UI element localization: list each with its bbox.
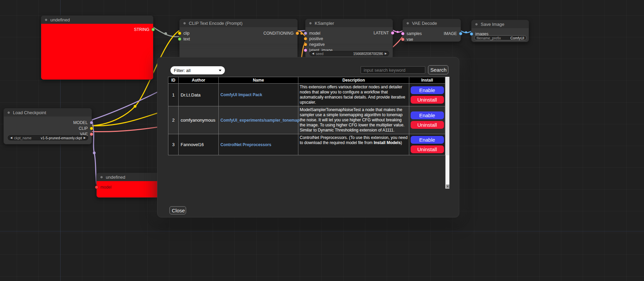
- input-slot-model[interactable]: model: [95, 185, 112, 190]
- output-slot-image[interactable]: IMAGE: [444, 31, 462, 36]
- node-title: Save Image: [481, 22, 504, 27]
- input-slot-clip[interactable]: clip: [178, 31, 189, 36]
- slot-dot-clip[interactable]: [90, 127, 93, 130]
- extension-table-header: ID Author Name Description Install: [168, 77, 445, 84]
- search-input[interactable]: [361, 66, 425, 74]
- slot-dot-latent[interactable]: [391, 31, 394, 35]
- collapse-dot-icon[interactable]: [45, 18, 48, 21]
- search-button[interactable]: Search: [428, 65, 448, 74]
- node-load-checkpoint[interactable]: Load Checkpoint MODEL CLIP VAE ◀ ckpt_na…: [3, 108, 92, 144]
- filename-prefix-widget[interactable]: filename_prefix ComfyUI: [474, 35, 527, 40]
- slot-dot-model[interactable]: [304, 32, 307, 35]
- widget-label: filename_prefix: [477, 36, 501, 40]
- decrement-arrow-icon[interactable]: ◀: [10, 137, 12, 139]
- uninstall-button[interactable]: Uninstall: [411, 121, 444, 129]
- row-id: 2: [168, 106, 179, 134]
- node-undefined-top[interactable]: undefined STRING: [41, 15, 153, 80]
- node-title: undefined: [106, 175, 125, 180]
- table-scrollbar[interactable]: ▼: [445, 77, 449, 189]
- slot-dot-vae[interactable]: [90, 133, 93, 136]
- slot-dot-latent[interactable]: [304, 49, 307, 52]
- slot-dot-clip[interactable]: [178, 32, 181, 35]
- wire-midpoint-dot: [134, 105, 136, 108]
- extension-manager-dialog: Filter: all Search ID Author Name Descri…: [157, 57, 459, 217]
- node-title: VAE Decode: [412, 21, 437, 26]
- slot-label: IMAGE: [444, 31, 457, 36]
- slot-dot-image[interactable]: [459, 32, 462, 35]
- row-description: ModelSamplerTonemapNoiseTest a node that…: [298, 106, 409, 134]
- node-title-bar[interactable]: undefined: [41, 16, 153, 24]
- output-slot-model[interactable]: MODEL: [73, 120, 93, 125]
- slot-dot-latent[interactable]: [401, 32, 404, 35]
- uninstall-button[interactable]: Uninstall: [411, 145, 444, 153]
- enable-button[interactable]: Enable: [411, 136, 444, 144]
- widget-label: ckpt_name: [14, 136, 31, 140]
- node-title-bar[interactable]: VAE Decode: [403, 19, 461, 27]
- wire-midpoint-dot: [300, 33, 302, 35]
- node-body: MODEL CLIP VAE ◀ ckpt_name v1-5-pruned-e…: [4, 117, 92, 144]
- seed-widget[interactable]: ◀ seed 156680208700286 ▶: [310, 51, 389, 56]
- node-body: STRING: [41, 24, 153, 80]
- slot-dot-conditioning[interactable]: [304, 43, 307, 46]
- slot-label: LATENT: [374, 31, 389, 35]
- ckpt-name-widget[interactable]: ◀ ckpt_name v1-5-pruned-emaonly.ckpt ▶: [8, 135, 88, 140]
- output-slot-clip[interactable]: CLIP: [79, 126, 93, 131]
- wire-midpoint-dot: [93, 152, 96, 154]
- input-slot-positive[interactable]: positive: [304, 36, 323, 41]
- increment-arrow-icon[interactable]: ▶: [84, 137, 86, 139]
- extension-link[interactable]: ComfyUI Impact Pack: [220, 92, 262, 97]
- node-body: images filename_prefix ComfyUI: [472, 28, 529, 42]
- extension-link[interactable]: ComfyUI_experiments/sampler_tonemap: [220, 118, 300, 123]
- slot-dot-conditioning[interactable]: [296, 32, 299, 35]
- input-slot-samples[interactable]: samples: [401, 31, 422, 36]
- increment-arrow-icon[interactable]: ▶: [385, 52, 387, 55]
- row-install-cell: EnableUninstall: [409, 106, 445, 134]
- collapse-dot-icon[interactable]: [406, 22, 409, 25]
- collapse-dot-icon[interactable]: [183, 22, 186, 25]
- slot-dot-string[interactable]: [151, 28, 155, 31]
- input-slot-vae[interactable]: vae: [401, 37, 413, 42]
- wire-midpoint-dot: [465, 31, 467, 33]
- output-slot-latent[interactable]: LATENT: [374, 31, 394, 35]
- extension-table-rows: 1Dr.Lt.DataComfyUI Impact PackThis exten…: [168, 84, 445, 155]
- node-title-bar[interactable]: KSampler: [306, 19, 393, 27]
- collapse-dot-icon[interactable]: [7, 111, 10, 114]
- scroll-down-icon[interactable]: ▼: [446, 185, 449, 188]
- close-button[interactable]: Close: [169, 206, 186, 214]
- input-slot-text[interactable]: text: [178, 37, 190, 41]
- enable-button[interactable]: Enable: [411, 111, 444, 119]
- node-title-bar[interactable]: Load Checkpoint: [4, 108, 92, 117]
- node-save-image[interactable]: Save Image images filename_prefix ComfyU…: [471, 20, 529, 42]
- input-slot-negative[interactable]: negative: [304, 42, 325, 47]
- node-vae-decode[interactable]: VAE Decode samples vae IMAGE: [402, 19, 461, 42]
- node-title-bar[interactable]: Save Image: [472, 20, 529, 28]
- header-install: Install: [409, 77, 445, 84]
- output-slot-conditioning[interactable]: CONDITIONING: [263, 31, 299, 36]
- input-slot-model[interactable]: model: [304, 31, 320, 36]
- filter-select[interactable]: Filter: all: [170, 66, 225, 74]
- comfyui-canvas[interactable]: undefined STRING CLIP Text Encode (Promp…: [0, 0, 644, 281]
- slot-dot-model[interactable]: [90, 121, 93, 124]
- slot-label: STRING: [134, 27, 149, 32]
- slot-dot-model[interactable]: [95, 186, 98, 189]
- enable-button[interactable]: Enable: [411, 86, 444, 94]
- node-title: undefined: [50, 17, 70, 22]
- slot-dot-image[interactable]: [470, 32, 473, 36]
- uninstall-button[interactable]: Uninstall: [411, 96, 444, 104]
- output-slot-string[interactable]: STRING: [134, 27, 155, 32]
- collapse-dot-icon[interactable]: [309, 22, 312, 25]
- decrement-arrow-icon[interactable]: ◀: [312, 52, 314, 55]
- row-install-cell: EnableUninstall: [409, 134, 445, 155]
- node-title: KSampler: [315, 21, 334, 26]
- collapse-dot-icon[interactable]: [475, 23, 478, 26]
- node-ksampler[interactable]: KSampler model positive negative latent_…: [305, 19, 393, 59]
- collapse-dot-icon[interactable]: [100, 176, 103, 179]
- slot-dot-string[interactable]: [178, 37, 181, 41]
- slot-label: model: [309, 31, 320, 36]
- scrollbar-thumb[interactable]: [446, 77, 449, 155]
- extension-link[interactable]: ControlNet Preprocessors: [220, 142, 271, 147]
- slot-dot-conditioning[interactable]: [304, 37, 307, 40]
- widget-value: 156680208700286: [353, 52, 383, 56]
- slot-dot-vae[interactable]: [401, 38, 404, 41]
- node-title-bar[interactable]: CLIP Text Encode (Prompt): [180, 19, 297, 27]
